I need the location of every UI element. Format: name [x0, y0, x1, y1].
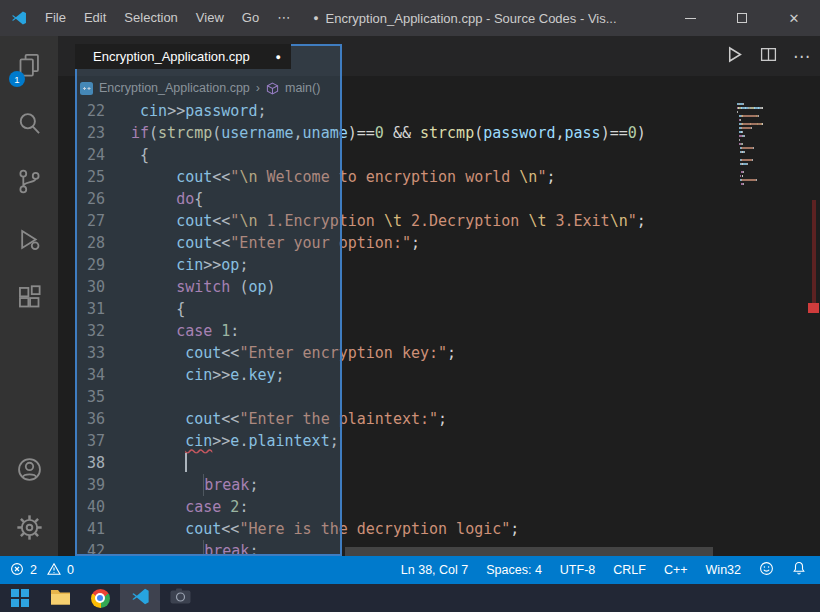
- minimap-line: [737, 123, 809, 125]
- file-explorer-button[interactable]: [40, 584, 80, 612]
- menu-selection[interactable]: Selection: [115, 0, 186, 36]
- minimap-line: [737, 171, 809, 173]
- minimap-line: [737, 179, 809, 181]
- explorer-button[interactable]: 1: [0, 36, 58, 94]
- dragged-tab-label: Encryption_Application.cpp: [93, 49, 250, 64]
- camera-app-button[interactable]: [160, 584, 200, 612]
- status-encoding[interactable]: UTF-8: [560, 563, 595, 577]
- vscode-taskbar-button[interactable]: [120, 584, 160, 612]
- minimap[interactable]: [737, 103, 809, 187]
- warning-count: 0: [67, 563, 74, 577]
- minimap-line: [737, 163, 809, 165]
- gear-icon: [16, 514, 43, 541]
- maximize-icon: [737, 13, 747, 23]
- camera-icon: [170, 588, 191, 608]
- minimap-line: [737, 151, 809, 153]
- run-debug-button[interactable]: [0, 210, 58, 268]
- window-title-text: Encryption_Application.cpp - Source Code…: [326, 11, 617, 26]
- editor-actions: ⋯: [725, 36, 810, 76]
- dragged-tab-dirty-icon: ●: [276, 52, 281, 62]
- minimap-line: [737, 115, 809, 117]
- account-icon: [16, 456, 43, 483]
- minimap-line: [737, 183, 809, 185]
- menu-overflow[interactable]: ⋯: [268, 0, 299, 36]
- status-eol[interactable]: CRLF: [613, 563, 646, 577]
- minimap-line: [737, 155, 809, 157]
- feedback-button[interactable]: [759, 561, 774, 579]
- status-platform[interactable]: Win32: [706, 563, 741, 577]
- vscode-logo-icon: [10, 9, 28, 27]
- status-bar: 2 0 Ln 38, Col 7 Spaces: 4 UTF-8 CRLF C+…: [0, 556, 820, 584]
- close-button[interactable]: ✕: [768, 0, 820, 36]
- search-button[interactable]: [0, 94, 58, 152]
- settings-button[interactable]: [0, 498, 58, 556]
- run-debug-icon: [16, 226, 43, 253]
- start-button[interactable]: [0, 584, 40, 612]
- dragged-tab[interactable]: Encryption_Application.cpp ●: [75, 44, 291, 69]
- menubar: File Edit Selection View Go ⋯: [36, 0, 299, 36]
- status-language[interactable]: C++: [664, 563, 688, 577]
- close-icon: ✕: [789, 11, 800, 26]
- minimap-line: [737, 139, 809, 141]
- accounts-button[interactable]: [0, 440, 58, 498]
- minimap-line: [737, 131, 809, 133]
- minimap-line: [737, 111, 809, 113]
- titlebar: File Edit Selection View Go ⋯ ● Encrypti…: [0, 0, 820, 36]
- horizontal-scrollbar[interactable]: [345, 547, 713, 556]
- vscode-icon: [130, 586, 151, 611]
- minimize-button[interactable]: [664, 0, 716, 36]
- windows-logo-icon: [11, 589, 29, 607]
- dirty-indicator-icon: ●: [313, 13, 318, 23]
- run-button[interactable]: [725, 45, 744, 68]
- minimap-line: [737, 135, 809, 137]
- notifications-bell-button[interactable]: [792, 561, 806, 579]
- minimap-line: [737, 147, 809, 149]
- minimap-line: [737, 127, 809, 129]
- menu-edit[interactable]: Edit: [75, 0, 115, 36]
- window-controls: ✕: [664, 0, 820, 36]
- source-control-icon: [16, 168, 43, 195]
- status-cursor-position[interactable]: Ln 38, Col 7: [401, 563, 468, 577]
- error-icon: [10, 562, 25, 579]
- minimap-content: [737, 103, 809, 185]
- minimap-line: [737, 107, 809, 109]
- folder-icon: [50, 588, 71, 609]
- overview-ruler-error-marker: [808, 303, 819, 313]
- chrome-button[interactable]: [80, 584, 120, 612]
- editor-more-actions-button[interactable]: ⋯: [793, 46, 810, 67]
- minimize-icon: [685, 18, 696, 19]
- split-editor-button[interactable]: [760, 46, 777, 67]
- windows-taskbar: [0, 584, 820, 612]
- error-count: 2: [30, 563, 37, 577]
- source-control-button[interactable]: [0, 152, 58, 210]
- overview-ruler-decoration: [812, 200, 816, 304]
- warning-icon: [47, 562, 62, 579]
- chrome-icon: [91, 589, 110, 608]
- minimap-line: [737, 159, 809, 161]
- menu-view[interactable]: View: [187, 0, 233, 36]
- minimap-line: [737, 143, 809, 145]
- extensions-icon: [16, 284, 43, 311]
- status-right-items: Ln 38, Col 7 Spaces: 4 UTF-8 CRLF C++ Wi…: [401, 561, 820, 579]
- minimap-line: [737, 175, 809, 177]
- editor-drop-target-overlay: Encryption_Application.cpp ●: [75, 44, 342, 556]
- maximize-button[interactable]: [716, 0, 768, 36]
- explorer-badge: 1: [9, 71, 25, 87]
- activity-bar: 1: [0, 36, 58, 556]
- status-indentation[interactable]: Spaces: 4: [486, 563, 542, 577]
- window-title: ● Encryption_Application.cpp - Source Co…: [313, 11, 616, 26]
- minimap-line: [737, 119, 809, 121]
- minimap-line: [737, 103, 809, 105]
- problems-button[interactable]: 2 0: [0, 562, 74, 579]
- extensions-button[interactable]: [0, 268, 58, 326]
- menu-file[interactable]: File: [36, 0, 75, 36]
- menu-go[interactable]: Go: [233, 0, 268, 36]
- minimap-line: [737, 167, 809, 169]
- search-icon: [16, 110, 43, 137]
